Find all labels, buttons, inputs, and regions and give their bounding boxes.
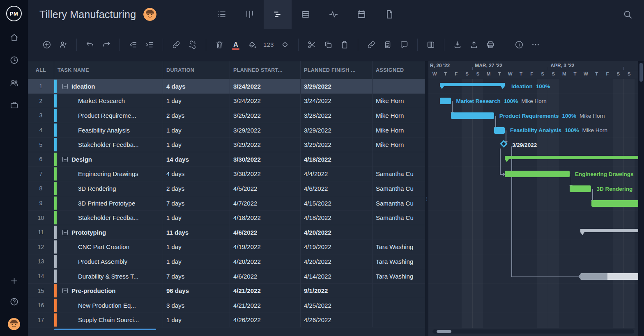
table-row[interactable]: 13Product Assembly1 day4/20/20224/20/202… (28, 254, 425, 269)
sidebar-item-team[interactable] (9, 78, 19, 87)
attach-link-button[interactable] (363, 37, 380, 53)
collapse-toggle-icon[interactable] (62, 230, 68, 235)
import-button[interactable] (449, 37, 466, 53)
unlink-tasks-button[interactable] (184, 37, 201, 53)
table-row[interactable]: 15Pre-production96 days4/21/20229/1/2022 (28, 283, 425, 298)
table-row[interactable]: 93D Printed Prototype7 days4/7/20224/15/… (28, 196, 425, 211)
info-button[interactable] (511, 37, 527, 53)
table-row[interactable]: 2Market Research1 day3/24/20223/24/2022M… (28, 94, 425, 109)
redo-button[interactable] (98, 37, 115, 53)
column-header-assigned[interactable]: ASSIGNED (373, 61, 425, 79)
table-row[interactable]: 14Durability & Stress T...7 days4/6/2022… (28, 269, 425, 284)
outdent-button[interactable] (125, 37, 141, 53)
export-button[interactable] (466, 37, 482, 53)
cut-button[interactable] (304, 37, 320, 53)
gantt-task-bar[interactable] (580, 273, 638, 280)
collapse-toggle-icon[interactable] (62, 157, 68, 162)
sidebar-item-home[interactable] (9, 33, 19, 42)
gantt-task-bar[interactable] (591, 200, 639, 207)
column-header-planned-finish[interactable]: PLANNED FINISH ... (301, 61, 373, 79)
gantt-task-bar[interactable] (440, 98, 451, 104)
link-tasks-button[interactable] (168, 37, 184, 53)
comment-button[interactable] (396, 37, 412, 53)
content-area: ALL TASK NAME DURATION PLANNED START... … (28, 61, 644, 336)
table-row[interactable]: 1Ideation4 days3/24/20223/29/2022 (28, 79, 425, 94)
cell-planned-start: 4/20/2022 (230, 254, 301, 269)
font-color-button[interactable]: A (228, 37, 244, 53)
table-row[interactable]: 12CNC Part Creation1 day4/19/20224/19/20… (28, 240, 425, 255)
gantt-summary-bar[interactable] (505, 156, 638, 159)
column-header-task-name[interactable]: TASK NAME (54, 61, 163, 79)
table-row[interactable]: 16New Production Eq...3 days4/21/20224/2… (28, 298, 425, 313)
gantt-task-bar[interactable] (570, 185, 591, 192)
pane-splitter[interactable]: ⋮ (425, 61, 428, 336)
sidebar-item-portfolio[interactable] (9, 101, 19, 110)
view-calendar-button[interactable] (347, 0, 375, 29)
collapse-toggle-icon[interactable] (62, 288, 68, 293)
view-board-button[interactable] (236, 0, 264, 29)
cell-assigned: Tara Washing (373, 254, 425, 269)
view-sheet-button[interactable] (292, 0, 320, 29)
sidebar-user-avatar[interactable] (8, 318, 20, 330)
table-row[interactable]: 6Design14 days3/30/20224/18/2022 (28, 152, 425, 167)
gantt-day-label: M (483, 71, 494, 76)
numbers-button[interactable]: 123 (260, 37, 277, 53)
column-header-duration[interactable]: DURATION (163, 61, 230, 79)
gantt-task-bar[interactable] (505, 171, 570, 177)
gantt-task-bar[interactable] (494, 127, 505, 134)
gantt-hscroll-thumb[interactable] (437, 330, 451, 333)
gantt-hscroll-track[interactable] (432, 329, 634, 334)
add-assignee-button[interactable] (55, 37, 71, 53)
copy-button[interactable] (320, 37, 336, 53)
cell-planned-start: 3/30/2022 (230, 167, 301, 181)
gantt-summary-bar[interactable] (580, 229, 638, 232)
collapse-toggle-icon[interactable] (62, 84, 68, 89)
gantt-label-name: 3D Rendering (597, 186, 633, 192)
sidebar-item-recent[interactable] (9, 55, 19, 65)
notes-button[interactable] (380, 37, 396, 53)
gantt-view-icon (273, 9, 283, 19)
column-header-planned-start[interactable]: PLANNED START... (230, 61, 301, 79)
columns-button[interactable] (423, 37, 439, 53)
task-name-text: Stakeholder Feedba... (78, 214, 139, 221)
view-list-button[interactable] (208, 0, 236, 29)
sidebar-help-button[interactable] (9, 297, 19, 306)
project-owner-avatar[interactable] (143, 8, 156, 21)
table-row[interactable]: 7Engineering Drawings4 days3/30/20224/4/… (28, 167, 425, 182)
table-row[interactable]: 5Stakeholder Feedba...1 day3/29/20223/29… (28, 137, 425, 152)
table-hscroll-thumb[interactable] (54, 329, 156, 330)
table-row[interactable]: 17Supply Chain Sourci...1 day4/26/20224/… (28, 313, 425, 328)
milestone-button[interactable] (277, 37, 293, 53)
gantt-task-bar[interactable] (451, 112, 494, 119)
board-view-icon (245, 9, 255, 19)
table-row[interactable]: 11Prototyping11 days4/6/20224/20/2022 (28, 225, 425, 240)
add-task-button[interactable] (39, 37, 55, 53)
delete-button[interactable] (211, 37, 228, 53)
search-button[interactable] (621, 8, 634, 21)
vertical-scrollbar-thumb[interactable] (639, 63, 643, 82)
task-color-stripe (54, 123, 57, 137)
table-row[interactable]: 3Product Requireme...2 days3/25/20223/28… (28, 108, 425, 123)
more-button[interactable] (527, 37, 544, 53)
table-row[interactable]: 4Feasibility Analysis1 day3/29/20223/29/… (28, 123, 425, 138)
view-activity-button[interactable] (320, 0, 347, 29)
table-row[interactable]: 10Stakeholder Feedba...1 day4/18/20224/1… (28, 210, 425, 225)
cell-assigned (373, 283, 425, 298)
table-row[interactable]: 83D Rendering2 days4/5/20224/6/2022Saman… (28, 181, 425, 196)
app-logo[interactable]: PM (6, 6, 22, 21)
undo-button[interactable] (82, 37, 98, 53)
sidebar-add-button[interactable] (9, 276, 19, 286)
cell-row-number: 7 (28, 167, 54, 181)
paste-button[interactable] (336, 37, 353, 53)
fill-color-button[interactable] (244, 37, 260, 53)
print-button[interactable] (482, 37, 499, 53)
gantt-day-label: S (537, 71, 548, 76)
cell-row-number: 17 (28, 313, 54, 327)
vertical-scrollbar-track[interactable] (638, 61, 644, 336)
gantt-summary-bar[interactable] (440, 83, 505, 86)
column-header-all[interactable]: ALL (28, 61, 54, 79)
task-name-text: CNC Part Creation (78, 243, 129, 250)
indent-button[interactable] (141, 37, 158, 53)
view-gantt-button[interactable] (264, 0, 292, 29)
view-docs-button[interactable] (375, 0, 403, 29)
